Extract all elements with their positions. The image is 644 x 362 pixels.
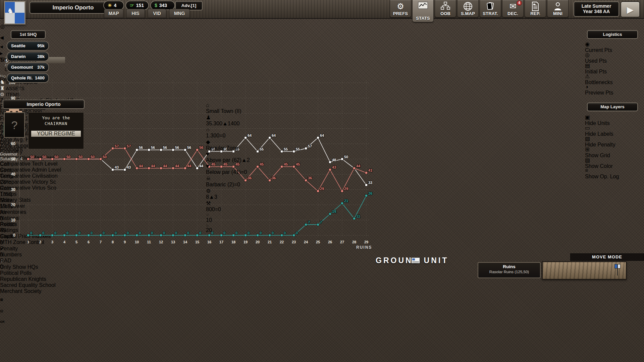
strat-button[interactable]: STRAT.	[480, 0, 501, 17]
end-turn-button[interactable]: ▶	[621, 1, 640, 17]
your-regime-button[interactable]: YOUR REGIME	[31, 131, 81, 137]
weather-label: Scav	[0, 197, 73, 203]
svg-text:17: 17	[219, 240, 223, 244]
shq-plate[interactable]: 1st SHQ	[11, 31, 45, 38]
notification-badge: 4	[517, 0, 522, 6]
zone-grid-cell-above-par-62-[interactable]: ♥Above par (62)▲2	[206, 151, 434, 163]
left-edge-arrow-tab[interactable]: ◀	[0, 32, 8, 44]
mini-button[interactable]: MINI	[547, 0, 569, 17]
zone-grid-cell-text: Regular Zone	[206, 145, 238, 151]
weather-label: RAD	[0, 258, 73, 264]
call-button[interactable]: Call	[0, 161, 17, 167]
window-side-tab-gr[interactable]: GR	[0, 317, 5, 327]
date-season: Late Summer	[575, 3, 618, 9]
city-button-seattle[interactable]: Seattle95k	[7, 42, 48, 50]
zone-grid-cell-inner: ♟35.300▲1400	[206, 114, 434, 127]
zone-grid-extra-boot[interactable]: ∟20	[206, 223, 229, 233]
tab-vid[interactable]: VID	[148, 9, 166, 18]
city-button-darwin[interactable]: Darwin38k	[7, 52, 48, 61]
used-points-icon: ◎	[585, 52, 640, 58]
svg-text:0: 0	[91, 231, 93, 235]
regime-flag[interactable]: ♞	[4, 1, 25, 24]
top-button-label: PREFS	[390, 11, 411, 16]
delta-value: 1400	[228, 121, 240, 126]
weather-scav: Scav13.9k	[0, 197, 73, 209]
tab-map[interactable]: MAP	[104, 9, 123, 18]
report-icon	[525, 2, 546, 11]
window-side-tab-1[interactable]: ▦	[0, 294, 5, 306]
oob-button[interactable]: OOB	[435, 0, 456, 17]
weather-value: 26°c	[0, 179, 73, 185]
bottleneck-icon: ⚠	[585, 73, 640, 79]
up-triangle-icon: ▲	[241, 157, 247, 163]
svg-text:43: 43	[115, 165, 119, 169]
svg-text:0: 0	[175, 231, 177, 235]
up-triangle-icon: ▲	[209, 194, 214, 200]
svg-text:8: 8	[112, 240, 114, 244]
tab-mng[interactable]: MNG	[169, 9, 190, 18]
zone-grid-extra-value: 10	[206, 217, 212, 223]
unit-counter-chip[interactable]	[411, 257, 420, 263]
svg-text:9: 9	[124, 240, 126, 244]
leader-portrait-placeholder[interactable]: ?	[4, 112, 25, 138]
zone-grid-cell-35-300[interactable]: ♟35.300▲1400	[206, 114, 434, 127]
logistics-preview-pts[interactable]: ◑Preview Pts	[585, 84, 640, 96]
svg-text:56: 56	[163, 145, 167, 149]
tab-his[interactable]: HIS	[126, 9, 145, 18]
svg-text:0: 0	[127, 231, 129, 235]
rep-button[interactable]: REP.	[525, 0, 546, 17]
fist-icon: ☞	[206, 213, 229, 217]
stats-button[interactable]: STATS	[412, 0, 434, 22]
svg-text:44: 44	[163, 164, 167, 168]
dec-button[interactable]: ✉DEC.4	[502, 0, 524, 17]
smap-button[interactable]: S.MAP	[457, 0, 479, 17]
svg-text:22: 22	[280, 240, 284, 244]
svg-text:23: 23	[292, 240, 296, 244]
wrench-icon: ⚒	[206, 200, 434, 206]
show-grid-icon: ⊞	[585, 146, 640, 153]
maplayer-show-op-log[interactable]: ≡Show Op. Log	[585, 168, 640, 180]
top-button-label: STRAT.	[480, 11, 501, 16]
strat-button[interactable]: Strat	[0, 167, 19, 173]
bottom-left-arrow-right[interactable]: ▶	[0, 50, 7, 57]
resource-value: 151	[136, 3, 144, 8]
city-name: Geomount	[11, 65, 33, 70]
svg-text:44: 44	[139, 164, 143, 168]
zone-grid-cell-1-300[interactable]: ∩1.300=0	[206, 127, 434, 139]
zone-grid-cell-barbaric-2-[interactable]: ☠Barbaric (2)=0	[206, 175, 434, 188]
zone-grid-cell-8[interactable]: ⚙8▲3	[206, 188, 434, 200]
up-triangle-icon: ▲	[222, 121, 228, 126]
svg-text:7: 7	[308, 220, 310, 224]
zone-grid-extra-fist[interactable]: ☞10	[206, 213, 229, 223]
city-button-geomount[interactable]: Geomount37k	[7, 63, 48, 71]
weather-label: Air	[0, 209, 73, 216]
city-button-qeholeri[interactable]: Qehole Ri.1400	[7, 74, 48, 82]
svg-text:6: 6	[88, 240, 90, 244]
svg-text:14: 14	[183, 240, 187, 244]
zone-grid-cell-small-town-ii-[interactable]: ⌂Small Town (II)	[206, 102, 434, 114]
svg-text:0: 0	[296, 231, 298, 235]
svg-text:0: 0	[103, 231, 105, 235]
zone-grid-cell-delta: ▲1400	[222, 121, 239, 126]
governor-suitability: Suitability: 4	[0, 157, 73, 161]
zone-grid-cell-text: Barbaric (2)	[206, 182, 234, 187]
hide-units-icon: ▣	[585, 114, 640, 120]
zone-grid-cell-regular-zone[interactable]: ◆Regular Zone	[206, 139, 434, 151]
gear-icon: ⚙	[206, 188, 434, 194]
prefs-button[interactable]: ⚙PREFS	[390, 0, 411, 17]
show-oplog-icon: ≡	[585, 168, 640, 174]
zone-grid-cell-below-par-41-[interactable]: ♥Below par (41)=0	[206, 163, 434, 175]
zone-grid-cell-text: Below par (41)	[206, 169, 241, 175]
window-side-tab-2[interactable]: ▤	[0, 306, 5, 317]
zone-grid-cell-800[interactable]: ⚒800=0	[206, 200, 434, 213]
top-button-label: STATS	[413, 16, 433, 21]
zone-grid-cell-text: Small Town (II)	[206, 108, 241, 114]
bottom-left-arrow-left[interactable]: ◀	[0, 44, 7, 50]
resource-fist: ☞151	[126, 1, 148, 9]
svg-text:0: 0	[284, 231, 286, 235]
play-icon: ▶	[627, 5, 634, 15]
top-button-label: DEC.	[502, 11, 523, 16]
zone-grid-cell-text: Above par (62)	[206, 157, 241, 163]
zone-grid-cell-inner: ⌂Small Town (II)	[206, 102, 434, 114]
zone-grid-cell-delta: =0	[234, 182, 240, 187]
